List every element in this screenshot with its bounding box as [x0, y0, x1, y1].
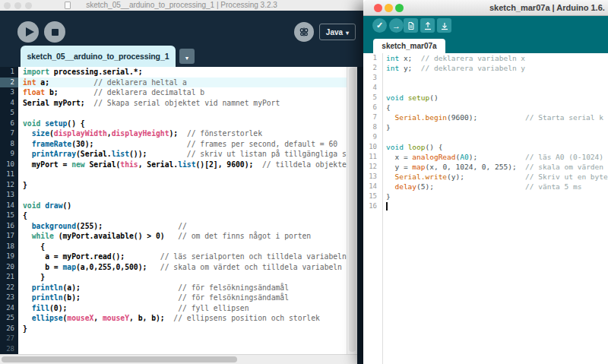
code-text: {: [18, 242, 347, 252]
line-number: 16: [0, 221, 18, 232]
code-line: 16: [363, 201, 608, 211]
code-text: void setup() {: [18, 119, 347, 129]
save-arrow-down-icon: [440, 21, 449, 30]
code-text: frameRate(30); // frames per second, def…: [18, 139, 347, 150]
code-text: }: [18, 180, 347, 191]
code-line: 3float b; // deklarera decimaltal b: [0, 87, 347, 98]
line-number: 13: [0, 190, 18, 201]
code-line: 1int x; // deklarera variabeln x: [363, 53, 608, 63]
code-line: 5void setup(): [363, 93, 608, 103]
arduino-titlebar: sketch_mar07a | Arduino 1.6.: [363, 0, 608, 16]
run-button[interactable]: [17, 21, 39, 43]
code-text: [382, 201, 608, 211]
code-line: 17 while (myPort.available() > 0) // om …: [0, 231, 347, 242]
line-number: 4: [0, 98, 18, 109]
line-number: 13: [363, 172, 382, 182]
line-number: 12: [363, 162, 382, 172]
maximize-window-button[interactable]: [395, 4, 404, 12]
line-number: 9: [363, 132, 382, 142]
open-arrow-up-icon: [423, 21, 432, 30]
line-number: 16: [363, 201, 382, 211]
line-number: 20: [0, 262, 18, 273]
line-number: 2: [363, 63, 382, 73]
line-number: 2: [0, 78, 18, 88]
code-text: [18, 334, 347, 344]
processing-window: sketch_05__arduino_to_processing_1 | Pro…: [0, 0, 363, 364]
code-line: 9 printArray(Serial.list()); // skriv ut…: [0, 149, 347, 160]
debug-butterfly-icon: [299, 27, 309, 37]
code-text: Serial.begin(9600); // Starta serial k: [382, 112, 608, 122]
horizontal-scrollbar[interactable]: [0, 354, 357, 364]
code-line: 16 background(255); //: [0, 221, 347, 232]
document-icon: [65, 2, 71, 9]
debug-button[interactable]: [294, 22, 314, 42]
code-text: }: [18, 324, 347, 334]
code-line: 11 x = analogRead(A0); // läs A0 (0-1024…: [363, 152, 608, 162]
vertical-scrollbar-thumb[interactable]: [349, 68, 356, 352]
horizontal-scrollbar-thumb[interactable]: [2, 356, 237, 362]
line-number: 5: [363, 93, 382, 103]
mode-selector-java[interactable]: Java: [319, 24, 356, 40]
tab-sketch-arduino[interactable]: sketch_mar07a: [373, 39, 445, 53]
code-text: println(a); // för felsökningsändamål: [18, 283, 347, 293]
arduino-window: sketch_mar07a | Arduino 1.6.: [363, 0, 608, 364]
line-number: 17: [0, 231, 18, 242]
line-number: 15: [0, 210, 18, 221]
line-number: 15: [363, 191, 382, 201]
code-line: 28: [0, 344, 347, 355]
code-text: {: [18, 210, 347, 221]
line-number: 12: [0, 180, 18, 191]
line-number: 21: [0, 272, 18, 283]
line-number: 14: [363, 182, 382, 191]
vertical-scrollbar[interactable]: [347, 67, 357, 354]
code-text: y = map(x, 0, 1024, 0, 255); // skala om…: [382, 162, 608, 172]
line-number: 1: [0, 67, 18, 78]
code-text: a = myPort.read(); // läs serialporten o…: [18, 252, 347, 262]
line-number: 25: [0, 313, 18, 324]
code-line: 26}: [0, 324, 347, 334]
code-text: [382, 83, 608, 93]
code-line: 2int a; // deklarera heltal a: [0, 78, 347, 88]
tab-sketch-processing[interactable]: sketch_05__arduino_to_processing_1: [21, 46, 176, 67]
code-line: 6{: [363, 103, 608, 112]
code-text: [18, 344, 347, 355]
minimize-window-button[interactable]: [385, 4, 393, 12]
code-text: fill(0); // fyll ellipsen: [18, 303, 347, 314]
editor-right-edge: [357, 67, 363, 364]
line-number: 14: [0, 201, 18, 211]
line-number: 26: [0, 324, 18, 334]
code-line: 8 frameRate(30); // frames per second, d…: [0, 139, 347, 150]
code-line: 23 println(b); // för felsökningsändamål: [0, 293, 347, 303]
code-text: int x; // deklarera variabeln x: [382, 53, 608, 63]
line-number: 7: [0, 128, 18, 139]
line-number: 3: [0, 87, 18, 98]
line-number: 6: [363, 103, 382, 112]
close-window-button[interactable]: [374, 4, 382, 12]
code-line: 7 size(displayWidth,displayHeight); // f…: [0, 128, 347, 139]
line-number: 6: [0, 119, 18, 129]
line-number: 24: [0, 303, 18, 314]
stop-icon: [52, 29, 59, 36]
code-line: 18 {: [0, 242, 347, 252]
processing-code-editor[interactable]: 1import processing.serial.*;2int a; // d…: [0, 67, 347, 354]
line-number: 8: [0, 139, 18, 150]
verify-button[interactable]: [372, 18, 387, 33]
code-line: 13 Serial.write(y); // Skriv ut en byte: [363, 172, 608, 182]
arduino-code-editor[interactable]: 1int x; // deklarera variabeln x2int y; …: [363, 53, 608, 364]
upload-button[interactable]: [389, 18, 404, 33]
code-line: 15{: [0, 210, 347, 221]
code-text: while (myPort.available() > 0) // om det…: [18, 231, 347, 242]
save-button[interactable]: [437, 18, 451, 33]
code-line: 13: [0, 190, 347, 201]
new-sketch-button[interactable]: [404, 18, 418, 33]
code-text: [18, 169, 347, 180]
line-number: 28: [0, 344, 18, 355]
open-button[interactable]: [420, 18, 435, 33]
code-text: b = map(a,0,255,0,500); // skala om värd…: [18, 262, 347, 273]
line-number: 19: [0, 252, 18, 262]
line-number: 18: [0, 242, 18, 252]
code-text: [382, 132, 608, 142]
stop-button[interactable]: [44, 21, 65, 43]
line-number: 1: [363, 53, 382, 63]
tab-menu-button[interactable]: [179, 49, 195, 64]
